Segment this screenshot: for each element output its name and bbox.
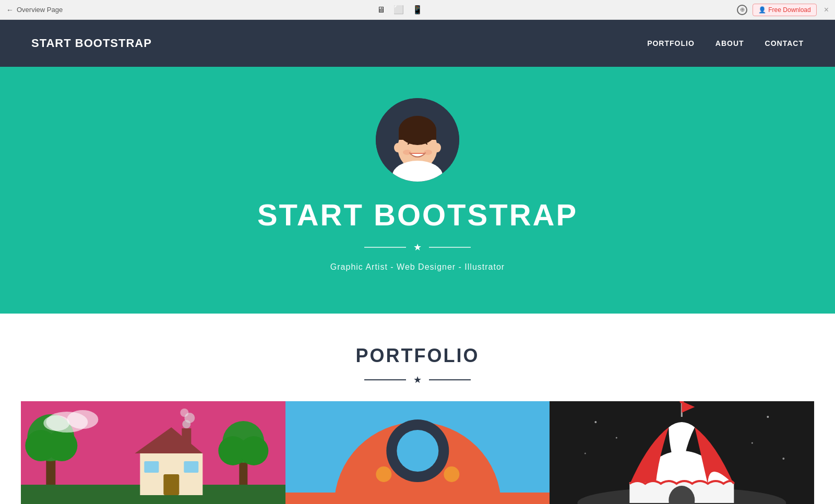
download-button[interactable]: 👤 Free Download	[753, 4, 816, 16]
hero-divider: ★	[364, 242, 471, 253]
back-arrow-icon: ←	[6, 6, 14, 14]
svg-point-27	[180, 409, 188, 417]
svg-point-36	[376, 466, 391, 482]
nav-link-contact[interactable]: CONTACT	[765, 39, 804, 47]
portfolio-item-3[interactable]	[550, 401, 814, 504]
svg-point-31	[239, 436, 268, 465]
svg-rect-23	[184, 461, 198, 473]
section-header: PORTFOLIO ★	[21, 345, 814, 386]
section-title: PORTFOLIO	[21, 345, 814, 367]
portfolio-grid	[21, 401, 814, 504]
back-button[interactable]: ← Overview Page	[6, 6, 63, 14]
hero-divider-line-left	[364, 247, 406, 248]
github-icon[interactable]: ⊕	[737, 5, 747, 15]
navbar: START BOOTSTRAP PORTFOLIO ABOUT CONTACT	[0, 20, 835, 67]
website-content: START BOOTSTRAP PORTFOLIO ABOUT CONTACT	[0, 20, 835, 504]
nav-link-portfolio[interactable]: PORTFOLIO	[647, 39, 695, 47]
svg-point-48	[767, 416, 769, 418]
svg-point-46	[595, 421, 597, 423]
browser-chrome: ← Overview Page 🖥 ⬜ 📱 ⊕ 👤 Free Download …	[0, 0, 835, 20]
portfolio-illustration-1	[21, 401, 285, 504]
section-divider-line-left	[364, 379, 406, 380]
hero-divider-line-right	[429, 247, 471, 248]
download-person-icon: 👤	[758, 6, 766, 14]
section-divider: ★	[21, 374, 814, 386]
hero-subtitle: Graphic Artist - Web Designer - Illustra…	[330, 262, 505, 272]
svg-point-37	[444, 466, 459, 482]
svg-rect-4	[399, 130, 436, 140]
nav-link-about[interactable]: ABOUT	[715, 39, 744, 47]
portfolio-illustration-2	[285, 401, 550, 504]
nav-item-portfolio[interactable]: PORTFOLIO	[647, 39, 695, 48]
back-label: Overview Page	[17, 6, 63, 14]
svg-point-35	[397, 430, 438, 472]
svg-point-50	[584, 453, 586, 454]
svg-rect-22	[144, 461, 159, 473]
hero-title: START BOOTSTRAP	[257, 197, 578, 232]
avatar	[376, 98, 459, 182]
svg-point-47	[616, 437, 617, 439]
browser-right-controls: ⊕ 👤 Free Download ×	[737, 4, 829, 16]
svg-point-17	[67, 410, 98, 429]
mobile-icon[interactable]: 📱	[412, 5, 423, 15]
svg-point-49	[752, 442, 753, 444]
nav-item-contact[interactable]: CONTACT	[765, 39, 804, 48]
portfolio-section: PORTFOLIO ★	[0, 314, 835, 504]
svg-rect-24	[182, 428, 191, 444]
nav-item-about[interactable]: ABOUT	[715, 39, 744, 48]
viewport-controls: 🖥 ⬜ 📱	[377, 5, 423, 15]
close-button[interactable]: ×	[824, 5, 829, 15]
desktop-icon[interactable]: 🖥	[377, 5, 385, 15]
svg-rect-38	[285, 493, 550, 504]
navbar-brand[interactable]: START BOOTSTRAP	[31, 37, 152, 50]
hero-star-icon: ★	[413, 242, 422, 253]
portfolio-illustration-3	[550, 401, 814, 504]
svg-point-51	[783, 458, 785, 460]
svg-rect-21	[163, 474, 179, 495]
svg-point-6	[434, 143, 441, 152]
navbar-links: PORTFOLIO ABOUT CONTACT	[647, 39, 804, 48]
svg-point-5	[394, 143, 401, 152]
download-label: Free Download	[768, 6, 810, 14]
section-divider-line-right	[429, 379, 471, 380]
hero-section: START BOOTSTRAP ★ Graphic Artist - Web D…	[0, 67, 835, 314]
section-star-icon: ★	[413, 374, 422, 386]
tablet-icon[interactable]: ⬜	[393, 5, 404, 15]
portfolio-item-2[interactable]	[285, 401, 550, 504]
avatar-illustration	[376, 98, 459, 182]
svg-point-18	[43, 415, 69, 431]
svg-point-15	[46, 430, 77, 461]
svg-point-8	[424, 150, 432, 155]
portfolio-item-1[interactable]	[21, 401, 285, 504]
svg-point-7	[403, 150, 411, 155]
